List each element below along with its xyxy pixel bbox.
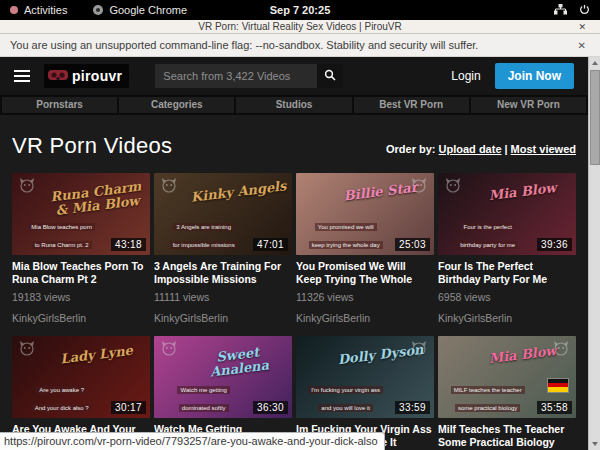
- thumbnail-caption-line2: for impossible missions: [170, 241, 238, 249]
- tab-title[interactable]: VR Porn: Virtual Reality Sex Videos | Pi…: [198, 21, 401, 32]
- video-thumbnail[interactable]: Sweet Analena Watch me getting dominated…: [154, 336, 292, 418]
- scrollbar-thumb[interactable]: [590, 70, 600, 165]
- studio-cat-logo-icon: [18, 340, 36, 360]
- studio-cat-logo-icon: [160, 177, 178, 197]
- video-card[interactable]: Mia Blow MILF teaches the teacher some p…: [438, 336, 576, 450]
- video-thumbnail[interactable]: Dolly Dyson I'm fucking your virgin ass …: [296, 336, 434, 418]
- video-card[interactable]: Runa Charm & Mia Blow Mia Blow teaches p…: [12, 173, 150, 324]
- page-title: VR Porn Videos: [12, 133, 172, 159]
- infobar-close-icon[interactable]: ✕: [578, 40, 590, 51]
- thumbnail-captions: I'm fucking your virgin ass and you will…: [296, 378, 395, 414]
- thumbnail-caption-line1: MILF teaches the teacher: [451, 386, 525, 394]
- thumbnail-caption-line2: dominated softly: [179, 404, 229, 412]
- thumbnail-caption-line2: some practical biology: [455, 404, 520, 412]
- scroll-up-arrow-icon[interactable]: [589, 57, 600, 69]
- webpage: pirouvr Login Join Now Pornstars Categor…: [0, 57, 588, 450]
- site-logo[interactable]: pirouvr: [44, 64, 129, 88]
- video-card[interactable]: Mia Blow Four is the perfect birthday pa…: [438, 173, 576, 324]
- video-title-link[interactable]: You Promised We Will Keep Trying The Who…: [296, 260, 434, 286]
- brand-wordmark: pirouvr: [72, 68, 122, 84]
- studio-cat-logo-icon: [18, 177, 36, 197]
- screen: Activities Google Chrome Sep 7 20:25 VR …: [0, 0, 600, 450]
- page-content: VR Porn Videos Order by: Upload date|Mos…: [0, 115, 588, 450]
- video-views: 19183 views: [12, 291, 150, 303]
- video-title-link[interactable]: Mia Blow Teaches Porn To Runa Charm Pt 2: [12, 260, 150, 286]
- thumbnail-overlay-name: Billie Star: [330, 179, 430, 205]
- duration-badge: 47:01: [253, 238, 288, 251]
- browser-tab-bar: VR Porn: Virtual Reality Sex Videos | Pi…: [0, 20, 600, 34]
- duration-badge: 39:36: [537, 238, 572, 251]
- network-icon[interactable]: [554, 4, 567, 17]
- thumbnail-captions: Four is the perfect birthday party for m…: [438, 215, 537, 251]
- thumbnail-captions: MILF teaches the teacher some practical …: [438, 378, 537, 414]
- search-bar: [155, 64, 343, 88]
- video-views: 11111 views: [154, 291, 292, 303]
- vr-goggles-icon: [48, 67, 68, 85]
- thumbnail-overlay-name: Kinky Angels: [188, 179, 288, 205]
- video-thumbnail[interactable]: Lady Lyne Are you awake ? And your dick …: [12, 336, 150, 418]
- video-title-link[interactable]: 3 Angels Are Training For Impossible Mis…: [154, 260, 292, 286]
- video-card[interactable]: Billie Star You promised we will keep tr…: [296, 173, 434, 324]
- search-icon: [324, 69, 336, 84]
- thumbnail-caption-line2: And your dick also ?: [32, 404, 92, 412]
- power-icon[interactable]: [579, 4, 590, 17]
- thumbnail-overlay-name: Dolly Dyson: [330, 342, 430, 368]
- studio-link[interactable]: KinkyGirlsBerlin: [296, 312, 434, 324]
- thumbnail-captions: 3 Angels are training for impossible mis…: [154, 215, 253, 251]
- video-title-link[interactable]: Milf Teaches The Teacher Some Practical …: [438, 423, 576, 449]
- studio-cat-logo-icon: [160, 340, 178, 360]
- order-by: Order by: Upload date|Most viewed: [386, 143, 576, 155]
- video-thumbnail[interactable]: Kinky Angels 3 Angels are training for i…: [154, 173, 292, 255]
- scrollbar[interactable]: [588, 57, 600, 450]
- video-title-link[interactable]: Four Is The Perfect Birthday Party For M…: [438, 260, 576, 286]
- thumbnail-caption-line1: Watch me getting: [177, 386, 229, 394]
- thumbnail-caption-line2: and you will love it: [318, 404, 373, 412]
- duration-badge: 30:17: [111, 401, 146, 414]
- thumbnail-caption-line1: 3 Angels are training: [173, 223, 234, 231]
- nav-item-new-vr-porn[interactable]: New VR Porn: [471, 97, 586, 113]
- thumbnail-overlay-name: Sweet Analena: [187, 342, 289, 381]
- nav-item-pornstars[interactable]: Pornstars: [2, 97, 117, 113]
- thumbnail-captions: You promised we will keep trying the who…: [296, 215, 395, 251]
- nav-item-categories[interactable]: Categories: [119, 97, 234, 113]
- studio-link[interactable]: KinkyGirlsBerlin: [154, 312, 292, 324]
- duration-badge: 36:30: [253, 401, 288, 414]
- join-now-button[interactable]: Join Now: [495, 63, 574, 89]
- video-views: 11326 views: [296, 291, 434, 303]
- duration-badge: 33:59: [395, 401, 430, 414]
- thumbnail-overlay-name: Mia Blow: [472, 179, 572, 205]
- video-thumbnail[interactable]: Mia Blow MILF teaches the teacher some p…: [438, 336, 576, 418]
- nav-item-best-vr-porn[interactable]: Best VR Porn: [354, 97, 469, 113]
- video-thumbnail[interactable]: Mia Blow Four is the perfect birthday pa…: [438, 173, 576, 255]
- order-separator: |: [505, 143, 508, 155]
- login-link[interactable]: Login: [451, 69, 480, 83]
- tab-close-icon[interactable]: ✕: [578, 20, 586, 34]
- thumbnail-overlay-name: Lady Lyne: [46, 342, 146, 368]
- nav-item-studios[interactable]: Studios: [236, 97, 351, 113]
- scroll-down-arrow-icon[interactable]: [589, 438, 600, 450]
- studio-link[interactable]: KinkyGirlsBerlin: [12, 312, 150, 324]
- thumbnail-caption-line1: Mia Blow teaches porn: [28, 223, 95, 231]
- video-thumbnail[interactable]: Runa Charm & Mia Blow Mia Blow teaches p…: [12, 173, 150, 255]
- order-by-upload-date-link[interactable]: Upload date: [439, 143, 502, 155]
- search-input[interactable]: [155, 64, 317, 88]
- video-thumbnail[interactable]: Billie Star You promised we will keep tr…: [296, 173, 434, 255]
- search-button[interactable]: [317, 64, 343, 88]
- studio-link[interactable]: KinkyGirlsBerlin: [438, 312, 576, 324]
- thumbnail-caption-line2: to Runa Charm pt. 2: [32, 241, 92, 249]
- menu-icon[interactable]: [14, 70, 30, 82]
- thumbnail-caption-line1: I'm fucking your virgin ass: [308, 386, 383, 394]
- thumbnail-overlay-name: Mia Blow: [472, 342, 572, 368]
- video-views: 6958 views: [438, 291, 576, 303]
- video-card[interactable]: Kinky Angels 3 Angels are training for i…: [154, 173, 292, 324]
- duration-badge: 43:18: [111, 238, 146, 251]
- order-by-most-viewed-link[interactable]: Most viewed: [511, 143, 576, 155]
- german-flag-icon: [548, 379, 568, 392]
- thumbnail-overlay-name: Runa Charm & Mia Blow: [45, 179, 147, 218]
- thumbnail-caption-line2: birthday party for me: [457, 241, 518, 249]
- duration-badge: 25:03: [395, 238, 430, 251]
- thumbnail-caption-line1: Four is the perfect: [461, 223, 515, 231]
- clock[interactable]: Sep 7 20:25: [0, 4, 600, 16]
- studio-cat-logo-icon: [444, 177, 462, 197]
- main-nav: Pornstars Categories Studios Best VR Por…: [0, 95, 588, 115]
